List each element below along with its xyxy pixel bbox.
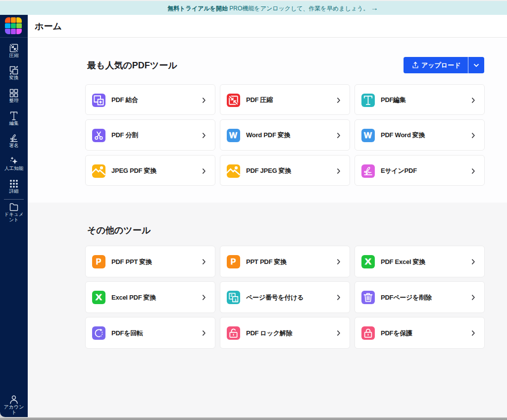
svg-text:1: 1 [234, 298, 237, 302]
svg-text:2: 2 [230, 293, 232, 298]
